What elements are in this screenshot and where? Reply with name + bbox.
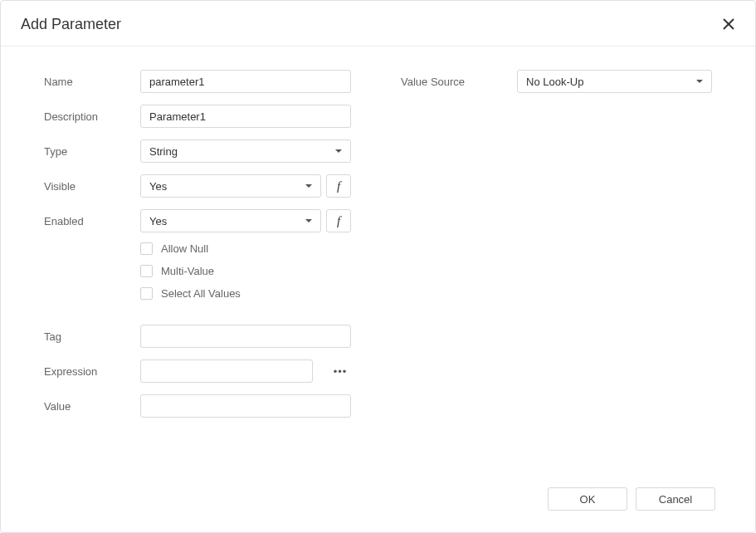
visible-row: Visible Yes f [44,174,351,198]
expression-row: Expression ••• [44,359,351,383]
value-source-select-value: No Look-Up [526,76,583,88]
enabled-expression-button[interactable]: f [326,209,351,232]
enabled-label: Enabled [44,215,140,227]
close-icon [722,17,735,31]
left-column: Name Description Type String [44,70,351,461]
select-all-label: Select All Values [161,287,241,300]
allow-null-checkbox[interactable] [140,242,153,255]
tag-label: Tag [44,330,140,343]
value-source-select[interactable]: No Look-Up [517,70,712,93]
enabled-row: Enabled Yes f [44,209,351,232]
value-source-label: Value Source [401,76,517,88]
ok-button[interactable]: OK [548,487,627,511]
add-parameter-dialog: Add Parameter Name Description [0,0,756,533]
type-select-value: String [149,145,178,158]
name-label: Name [44,76,140,88]
dialog-body: Name Description Type String [1,46,755,477]
value-source-row: Value Source No Look-Up [401,70,712,93]
chevron-down-icon [305,184,312,188]
name-row: Name [44,70,351,93]
function-icon: f [337,179,340,193]
description-row: Description [44,105,351,128]
expression-ellipsis-button[interactable]: ••• [330,360,350,382]
dialog-title: Add Parameter [21,16,121,33]
select-all-row: Select All Values [44,287,351,300]
multi-value-row: Multi-Value [44,265,351,277]
cancel-button[interactable]: Cancel [636,487,715,511]
visible-expression-button[interactable]: f [326,174,351,198]
chevron-down-icon [305,219,312,222]
tag-input[interactable] [140,325,351,348]
select-all-checkbox[interactable] [140,287,153,300]
visible-label: Visible [44,180,140,193]
visible-select-value: Yes [149,180,167,193]
enabled-select[interactable]: Yes [140,209,321,232]
expression-input[interactable] [140,359,313,383]
value-label: Value [44,400,140,413]
type-row: Type String [44,139,351,163]
chevron-down-icon [696,80,703,83]
value-input[interactable] [140,394,351,418]
chevron-down-icon [335,149,342,153]
allow-null-label: Allow Null [161,242,208,255]
multi-value-label: Multi-Value [161,265,214,277]
close-button[interactable] [719,14,739,34]
right-column: Value Source No Look-Up [401,70,712,461]
checkbox-group: Allow Null Multi-Value Select All Values [44,242,351,310]
multi-value-checkbox[interactable] [140,265,153,277]
dialog-header: Add Parameter [1,1,755,46]
expression-label: Expression [44,365,140,378]
dialog-footer: OK Cancel [1,477,755,532]
description-input[interactable] [140,105,351,128]
visible-select[interactable]: Yes [140,174,321,198]
enabled-select-value: Yes [149,215,167,227]
ellipsis-icon: ••• [334,365,348,378]
value-row: Value [44,394,351,418]
tag-row: Tag [44,325,351,348]
description-label: Description [44,110,140,123]
allow-null-row: Allow Null [44,242,351,255]
name-input[interactable] [140,70,351,93]
type-select[interactable]: String [140,139,351,163]
type-label: Type [44,145,140,158]
function-icon: f [337,214,340,228]
